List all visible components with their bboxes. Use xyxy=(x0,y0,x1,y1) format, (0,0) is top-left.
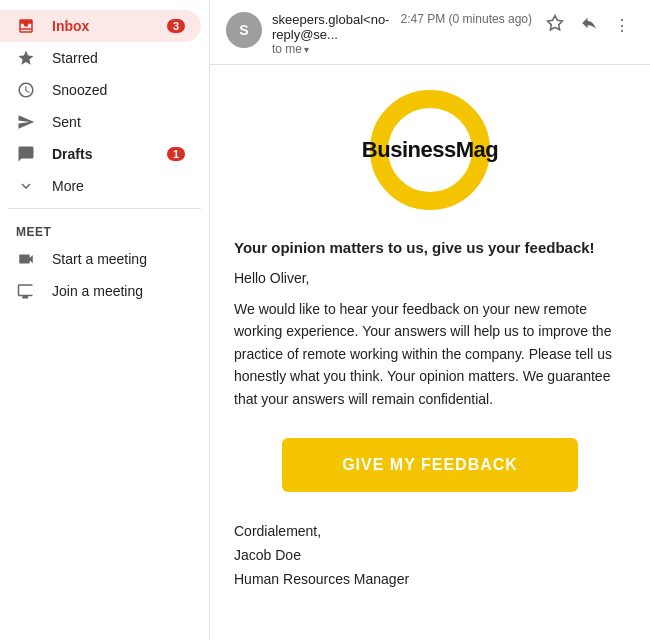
signature-line-1: Cordialement, xyxy=(234,520,626,544)
email-to[interactable]: to me ▾ xyxy=(272,42,391,56)
email-signature: Cordialement, Jacob Doe Human Resources … xyxy=(234,520,626,591)
logo-container: BusinessMag xyxy=(234,85,626,215)
sidebar-item-inbox[interactable]: Inbox 3 xyxy=(0,10,201,42)
meet-section-label: Meet xyxy=(0,215,209,243)
video-icon xyxy=(16,249,36,269)
signature-line-3: Human Resources Manager xyxy=(234,568,626,592)
email-header: S skeepers.global<no-reply@se... to me ▾… xyxy=(210,0,650,65)
star-icon xyxy=(16,48,36,68)
business-mag-logo: BusinessMag xyxy=(365,85,495,215)
sidebar-item-join-meeting[interactable]: Join a meeting xyxy=(0,275,201,307)
email-greeting: Hello Oliver, xyxy=(234,270,626,286)
email-actions: ⋮ xyxy=(542,12,634,38)
sidebar-item-snoozed[interactable]: Snoozed xyxy=(0,74,201,106)
email-paragraph: We would like to hear your feedback on y… xyxy=(234,298,626,410)
cta-container: GIVE MY FEEDBACK xyxy=(234,438,626,492)
sidebar-item-sent-label: Sent xyxy=(52,114,185,130)
email-time: 2:47 PM (0 minutes ago) xyxy=(401,12,532,26)
email-main: S skeepers.global<no-reply@se... to me ▾… xyxy=(210,0,650,640)
clock-icon xyxy=(16,80,36,100)
sidebar-item-drafts-label: Drafts xyxy=(52,146,167,162)
more-action-icon[interactable]: ⋮ xyxy=(610,14,634,37)
sidebar-item-starred[interactable]: Starred xyxy=(0,42,201,74)
sidebar-item-sent[interactable]: Sent xyxy=(0,106,201,138)
email-title: Your opinion matters to us, give us your… xyxy=(234,239,626,256)
sidebar-item-drafts[interactable]: Drafts 1 xyxy=(0,138,201,170)
inbox-badge: 3 xyxy=(167,19,185,33)
sidebar-divider xyxy=(8,208,201,209)
sidebar-item-inbox-label: Inbox xyxy=(52,18,167,34)
drafts-icon xyxy=(16,144,36,164)
sidebar-item-more-label: More xyxy=(52,178,185,194)
logo-text: BusinessMag xyxy=(362,137,498,163)
join-meeting-label: Join a meeting xyxy=(52,283,185,299)
start-meeting-label: Start a meeting xyxy=(52,251,185,267)
give-feedback-button[interactable]: GIVE MY FEEDBACK xyxy=(282,438,578,492)
signature-line-2: Jacob Doe xyxy=(234,544,626,568)
chevron-down-icon: ▾ xyxy=(304,44,309,55)
monitor-icon xyxy=(16,281,36,301)
star-action-icon[interactable] xyxy=(542,12,568,38)
sidebar: Inbox 3 Starred Snoozed Sent Drafts 1 Mo… xyxy=(0,0,210,640)
sidebar-item-starred-label: Starred xyxy=(52,50,185,66)
chevron-down-icon xyxy=(16,176,36,196)
send-icon xyxy=(16,112,36,132)
email-meta: skeepers.global<no-reply@se... to me ▾ xyxy=(272,12,391,56)
sidebar-item-snoozed-label: Snoozed xyxy=(52,82,185,98)
drafts-badge: 1 xyxy=(167,147,185,161)
email-sender: skeepers.global<no-reply@se... xyxy=(272,12,391,42)
sidebar-item-start-meeting[interactable]: Start a meeting xyxy=(0,243,201,275)
inbox-icon xyxy=(16,16,36,36)
sidebar-item-more[interactable]: More xyxy=(0,170,201,202)
svg-marker-0 xyxy=(548,16,563,30)
email-body: BusinessMag Your opinion matters to us, … xyxy=(210,65,650,640)
avatar: S xyxy=(226,12,262,48)
reply-action-icon[interactable] xyxy=(576,12,602,38)
